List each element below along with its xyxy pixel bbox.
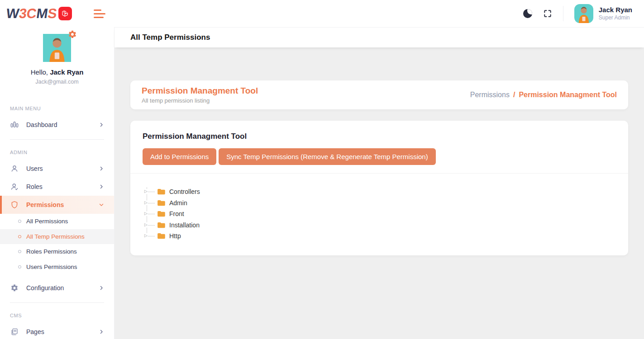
- tree-node-label: Controllers: [169, 188, 200, 195]
- page-titlebar: All Temp Permissions: [114, 27, 644, 47]
- permissions-folder-tree: ▷ Controllers ▷: [145, 186, 616, 242]
- section-label-cms: CMS: [0, 308, 114, 323]
- sidebar-divider: [10, 139, 104, 140]
- sidebar-item-label: Dashboard: [26, 121, 57, 128]
- chevron-right-icon: [99, 184, 104, 189]
- chevron-right-icon: [99, 122, 104, 127]
- submenu-label: Roles Permissions: [26, 248, 77, 255]
- sidebar-subitem-all-temp-permissions[interactable]: All Temp Permissions: [0, 229, 114, 245]
- header-right: Jack Ryan Super Admin: [523, 4, 644, 23]
- tool-buttons-row: Add to Permissions Sync Temp Permissions…: [143, 148, 616, 165]
- sync-temp-permissions-button[interactable]: Sync Temp Permissions (Remove & Regenera…: [219, 148, 435, 165]
- sidebar-subitem-all-permissions[interactable]: All Permissions: [0, 214, 114, 229]
- sidebar-item-label: Pages: [26, 328, 44, 335]
- shield-icon: [10, 201, 19, 209]
- sidebar-item-dashboard[interactable]: Dashboard: [0, 116, 114, 134]
- main-area: All Temp Permissions Permission Managmen…: [114, 27, 644, 339]
- profile-email: Jack@gmail.com: [0, 79, 114, 85]
- greeting-text: Hello, Jack Ryan: [0, 68, 114, 76]
- dashboard-bars-icon: [10, 121, 19, 129]
- add-to-permissions-button[interactable]: Add to Permissions: [143, 148, 216, 165]
- sidebar-item-roles[interactable]: Roles: [0, 178, 114, 196]
- section-label-admin: ADMIN: [0, 145, 114, 160]
- chevron-down-icon: [99, 202, 104, 207]
- bullet-icon: [18, 235, 21, 238]
- sidebar-item-label: Configuration: [26, 284, 64, 292]
- card-title: Permission Managment Tool: [142, 86, 258, 96]
- submenu-label: Users Permissions: [26, 264, 77, 270]
- breadcrumb-separator: /: [513, 91, 515, 99]
- profile-settings-gear-icon[interactable]: [68, 30, 77, 39]
- sidebar-item-permissions[interactable]: Permissions: [0, 196, 114, 214]
- tree-node-label: Admin: [169, 199, 187, 207]
- sidebar: Hello, Jack Ryan Jack@gmail.com MAIN MEN…: [0, 27, 114, 339]
- card-subtitle: All temp permission listing: [142, 97, 258, 104]
- app-window: W3CMS: [0, 0, 644, 339]
- sidebar-toggle-hamburger-icon[interactable]: [94, 9, 105, 18]
- content-area: Permission Managment Tool All temp permi…: [114, 47, 644, 339]
- folder-icon: [157, 233, 165, 239]
- permissions-submenu: All Permissions All Temp Permissions Rol…: [0, 214, 114, 274]
- sidebar-profile: Hello, Jack Ryan Jack@gmail.com: [0, 27, 114, 85]
- header-divider: [563, 6, 563, 21]
- tree-expander-icon[interactable]: ▷: [144, 189, 148, 194]
- sidebar-item-configuration[interactable]: Configuration: [0, 279, 114, 297]
- section-label-main-menu: MAIN MENU: [0, 101, 114, 116]
- pages-icon: [10, 328, 19, 336]
- user-check-icon: [10, 183, 19, 191]
- tree-expander-icon[interactable]: ▷: [144, 222, 148, 227]
- permission-tool-card: Permission Managment Tool Add to Permiss…: [130, 121, 628, 255]
- avatar: [574, 4, 593, 23]
- laravel-badge-icon: [58, 7, 72, 20]
- breadcrumb-parent-link[interactable]: Permissions: [470, 91, 510, 99]
- brand-logo[interactable]: W3CMS: [5, 6, 73, 21]
- bullet-icon: [18, 220, 21, 223]
- greeting-user-name: Jack Ryan: [50, 68, 83, 76]
- sidebar-subitem-users-permissions[interactable]: Users Permissions: [0, 259, 114, 275]
- page-header-text: Permission Managment Tool All temp permi…: [142, 86, 258, 104]
- tree-node-front[interactable]: ▷ Front: [145, 208, 616, 220]
- sidebar-divider: [10, 302, 104, 303]
- folder-icon: [157, 211, 165, 217]
- user-icon: [10, 165, 19, 173]
- logo-letter: S: [47, 6, 57, 21]
- tree-expander-icon[interactable]: ▷: [144, 233, 148, 238]
- fullscreen-icon[interactable]: [543, 9, 552, 18]
- sidebar-item-pages[interactable]: Pages: [0, 323, 114, 339]
- header-user-role: Super Admin: [599, 14, 632, 21]
- tree-expander-icon[interactable]: ▷: [144, 200, 148, 205]
- header-user-name: Jack Ryan: [599, 6, 632, 14]
- bullet-icon: [18, 250, 21, 253]
- gear-icon: [10, 284, 19, 292]
- submenu-label: All Permissions: [26, 218, 68, 225]
- breadcrumb-current: Permission Managment Tool: [519, 91, 617, 99]
- folder-icon: [157, 222, 165, 228]
- chevron-right-icon: [99, 285, 104, 291]
- page-title: All Temp Permissions: [130, 33, 210, 42]
- tree-node-label: Front: [169, 210, 184, 217]
- folder-icon: [157, 200, 165, 206]
- tree-node-installation[interactable]: ▷ Installation: [145, 220, 616, 231]
- tree-node-controllers[interactable]: ▷ Controllers: [145, 186, 616, 198]
- sidebar-subitem-roles-permissions[interactable]: Roles Permissions: [0, 244, 114, 259]
- page-header-card: Permission Managment Tool All temp permi…: [130, 80, 628, 109]
- tool-card-body: ▷ Controllers ▷: [130, 173, 628, 255]
- logo-letter: W: [5, 6, 19, 21]
- tree-node-admin[interactable]: ▷ Admin: [145, 198, 616, 209]
- tree-expander-icon[interactable]: ▷: [144, 211, 148, 216]
- breadcrumb: Permissions / Permission Managment Tool: [470, 91, 617, 99]
- submenu-label: All Temp Permissions: [26, 233, 85, 240]
- sidebar-item-users[interactable]: Users: [0, 160, 114, 178]
- logo-letter: C: [26, 6, 37, 21]
- user-menu[interactable]: Jack Ryan Super Admin: [574, 4, 632, 23]
- sidebar-item-label: Permissions: [26, 201, 64, 208]
- tree-node-http[interactable]: ▷ Http: [145, 231, 616, 242]
- chevron-right-icon: [99, 166, 104, 171]
- avatar[interactable]: [43, 34, 71, 62]
- tool-card-title: Permission Managment Tool: [143, 132, 616, 141]
- tree-node-label: Http: [169, 232, 181, 240]
- dark-mode-moon-icon[interactable]: [523, 9, 532, 18]
- tree-node-label: Installation: [169, 221, 200, 229]
- logo-letter: M: [35, 6, 48, 21]
- sidebar-item-label: Roles: [26, 183, 43, 190]
